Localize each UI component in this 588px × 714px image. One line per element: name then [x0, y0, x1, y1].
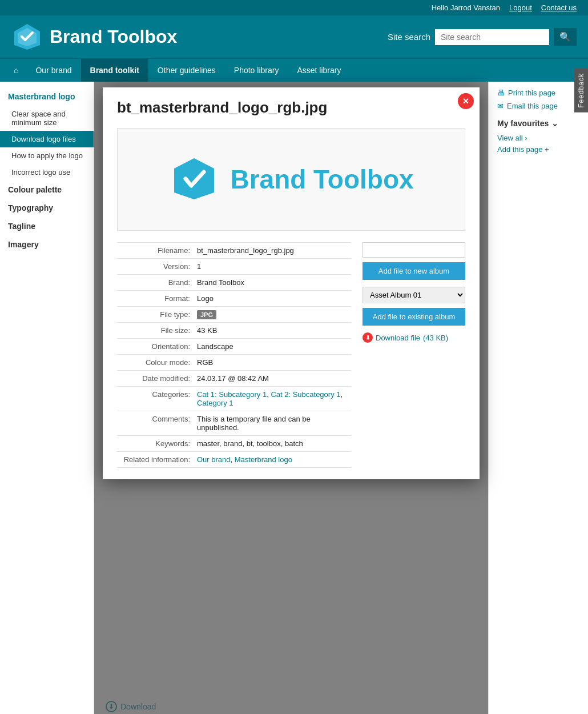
modal-body: Filename: bt_masterbrand_logo_rgb.jpg Ve…: [103, 236, 480, 479]
download-size-text: (43 KB): [423, 334, 448, 342]
search-button[interactable]: 🔍: [554, 28, 577, 46]
related-ourbrand-link[interactable]: Our brand: [197, 455, 231, 464]
comments-value: This is a temporary file and can be unpu…: [197, 415, 351, 432]
brand-value: Brand Toolbox: [197, 278, 351, 287]
nav-our-brand[interactable]: Our brand: [26, 59, 80, 82]
detail-colourmode: Colour mode: RGB: [117, 354, 351, 370]
album-select-dropdown[interactable]: Asset Album 01: [363, 287, 465, 303]
colourmode-label: Colour mode:: [117, 358, 197, 367]
email-page-link[interactable]: ✉ Email this page: [497, 102, 579, 110]
version-value: 1: [197, 262, 351, 271]
add-page-link[interactable]: Add this page +: [497, 145, 579, 154]
orientation-value: Landscape: [197, 342, 351, 351]
view-all-link[interactable]: View all ›: [497, 134, 579, 142]
favourites-title: My favourites ⌄: [497, 119, 579, 128]
datemodified-label: Date modified:: [117, 374, 197, 383]
modal-title: bt_masterbrand_logo_rgb.jpg: [117, 99, 465, 117]
search-label: Site search: [388, 32, 430, 42]
contact-link[interactable]: Contact us: [541, 3, 577, 12]
related-label: Related information:: [117, 455, 197, 464]
detail-related: Related information: Our brand, Masterbr…: [117, 451, 351, 468]
logo-area: Brand Toolbox: [11, 21, 177, 53]
format-value: Logo: [197, 294, 351, 303]
search-area: Site search 🔍: [388, 28, 577, 46]
orientation-label: Orientation:: [117, 342, 197, 351]
brand-name: Brand Toolbox: [50, 26, 177, 47]
related-value: Our brand, Masterbrand logo: [197, 455, 351, 464]
filesize-label: File size:: [117, 326, 197, 335]
favourites-label: My favourites: [497, 119, 549, 128]
detail-version: Version: 1: [117, 258, 351, 274]
site-header: Brand Toolbox Site search 🔍: [0, 15, 588, 58]
brand-label: Brand:: [117, 278, 197, 287]
modal-preview-area: Brand Toolbox: [117, 128, 465, 231]
keywords-value: master, brand, bt, toolbox, batch: [197, 439, 351, 448]
main-content: Home › Brand toolkit › Masterbrand logo …: [94, 82, 488, 714]
sidebar-section-typography[interactable]: Typography: [0, 199, 94, 217]
sidebar-section-title: Masterbrand logo: [0, 87, 94, 106]
modal-dialog: × bt_masterbrand_logo_rgb.jpg Brand Tool…: [103, 87, 480, 479]
keywords-label: Keywords:: [117, 439, 197, 448]
print-page-link[interactable]: 🖶 Print this page: [497, 89, 579, 97]
feedback-tab[interactable]: Feedback: [574, 69, 588, 113]
cat2-link[interactable]: Cat 2: Subcategory 1: [271, 390, 340, 399]
filename-label: Filename:: [117, 246, 197, 255]
add-to-existing-album-button[interactable]: Add file to existing album: [363, 308, 465, 326]
nav-asset-library[interactable]: Asset library: [288, 59, 350, 82]
filetype-value: JPG: [197, 310, 351, 319]
modal-actions: Add file to new album Asset Album 01 Add…: [363, 242, 465, 468]
colourmode-value: RGB: [197, 358, 351, 367]
home-icon[interactable]: ⌂: [6, 59, 26, 82]
sidebar-item-apply-logo[interactable]: How to apply the logo: [0, 147, 94, 164]
top-bar: Hello Jarrod Vanstan Logout Contact us: [0, 0, 588, 15]
detail-categories: Categories: Cat 1: Subcategory 1, Cat 2:…: [117, 386, 351, 411]
download-file-link[interactable]: ⬇ Download file (43 KB): [363, 332, 465, 343]
detail-comments: Comments: This is a temporary file and c…: [117, 411, 351, 435]
modal-close-button[interactable]: ×: [458, 93, 474, 109]
sidebar-section-tagline[interactable]: Tagline: [0, 217, 94, 235]
related-masterbrand-link[interactable]: Masterbrand logo: [235, 455, 292, 464]
filename-value: bt_masterbrand_logo_rgb.jpg: [197, 246, 351, 255]
cat3-link[interactable]: Category 1: [197, 399, 233, 407]
sidebar-item-download-logo[interactable]: Download logo files: [0, 131, 94, 147]
detail-format: Format: Logo: [117, 290, 351, 306]
download-circle-icon: ⬇: [363, 332, 373, 343]
cat1-link[interactable]: Cat 1: Subcategory 1: [197, 390, 267, 399]
version-label: Version:: [117, 262, 197, 271]
new-album-input[interactable]: [363, 242, 465, 258]
add-to-new-album-button[interactable]: Add file to new album: [363, 262, 465, 280]
format-label: Format:: [117, 294, 197, 303]
detail-filename: Filename: bt_masterbrand_logo_rgb.jpg: [117, 242, 351, 258]
categories-value: Cat 1: Subcategory 1, Cat 2: Subcategory…: [197, 390, 351, 407]
preview-brand-name: Brand Toolbox: [230, 164, 413, 195]
right-sidebar: 🖶 Print this page ✉ Email this page My f…: [488, 82, 588, 714]
email-icon: ✉: [497, 102, 504, 110]
brand-toolbox-logo-icon: [11, 21, 43, 53]
nav-brand-toolkit[interactable]: Brand toolkit: [81, 59, 148, 82]
detail-datemodified: Date modified: 24.03.17 @ 08:42 AM: [117, 370, 351, 386]
detail-orientation: Orientation: Landscape: [117, 338, 351, 354]
sidebar-section-colour[interactable]: Colour palette: [0, 180, 94, 199]
modal-details: Filename: bt_masterbrand_logo_rgb.jpg Ve…: [117, 242, 351, 468]
sidebar-item-incorrect-logo[interactable]: Incorrect logo use: [0, 164, 94, 180]
sidebar-section-imagery[interactable]: Imagery: [0, 235, 94, 254]
sidebar-item-clearspace[interactable]: Clear space and minimum size: [0, 106, 94, 131]
comments-label: Comments:: [117, 415, 197, 432]
page-body: Masterbrand logo Clear space and minimum…: [0, 82, 588, 714]
datemodified-value: 24.03.17 @ 08:42 AM: [197, 374, 351, 383]
categories-label: Categories:: [117, 390, 197, 407]
sidebar: Masterbrand logo Clear space and minimum…: [0, 82, 94, 714]
detail-filesize: File size: 43 KB: [117, 322, 351, 338]
detail-keywords: Keywords: master, brand, bt, toolbox, ba…: [117, 435, 351, 451]
greeting-text: Hello Jarrod Vanstan: [432, 3, 500, 12]
nav-other-guidelines[interactable]: Other guidelines: [148, 59, 225, 82]
chevron-down-icon: ⌄: [551, 119, 558, 128]
print-icon: 🖶: [497, 89, 505, 97]
nav-photo-library[interactable]: Photo library: [225, 59, 288, 82]
svg-marker-2: [174, 158, 214, 199]
modal-header: bt_masterbrand_logo_rgb.jpg: [103, 87, 480, 122]
preview-logo-icon: [168, 154, 220, 205]
download-link-text: Download file: [376, 334, 420, 342]
logout-link[interactable]: Logout: [509, 3, 532, 12]
search-input[interactable]: [435, 29, 549, 45]
